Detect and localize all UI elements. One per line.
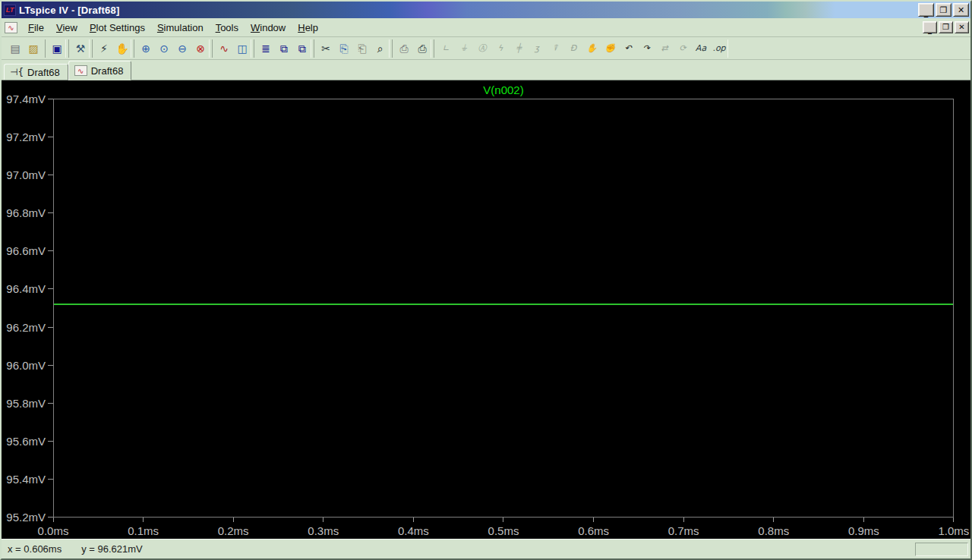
x-axis-tick-label: 0.4ms <box>398 524 429 537</box>
titlebar[interactable]: LT LTspice IV - [Draft68] _ ❐ ✕ <box>2 2 970 18</box>
waveform-icon: ∿ <box>74 65 87 76</box>
spice-directive-button[interactable]: .op <box>710 39 728 58</box>
toolbar: ▤▨ ▣ ⚒ ⚡✋ ⊕⊙⊖⊗ ∿◫ ≣⧉⧉ ✂⎘⎗⌕ ⎙⎙ ∟⏚Ⓐϟ╪ʒ⍒Ɖ✋✊… <box>2 37 970 60</box>
open-file-button[interactable]: ▨ <box>24 39 43 58</box>
child-close-button[interactable]: ✕ <box>955 21 969 33</box>
place-text-button[interactable]: Aa <box>692 39 710 58</box>
place-component-button[interactable]: Ɖ <box>564 39 582 58</box>
child-restore-button[interactable]: ❐ <box>939 21 953 33</box>
save-button[interactable]: ▣ <box>48 39 66 58</box>
tile-windows-icon: ≣ <box>261 43 270 54</box>
print-preview-button[interactable]: ⎙ <box>395 39 413 58</box>
net-label-icon: Ⓐ <box>478 44 487 52</box>
autorange-y-axis-button[interactable]: ∿ <box>215 39 233 58</box>
y-axis-tick-label: 95.6mV <box>6 435 46 448</box>
copy-button[interactable]: ⎘ <box>335 39 353 58</box>
x-tick-mark <box>953 518 954 522</box>
net-label-button[interactable]: Ⓐ <box>473 39 491 58</box>
spice-directive-icon: .op <box>712 44 725 52</box>
close-button[interactable]: ✕ <box>953 3 969 17</box>
y-axis-tick-label: 95.2mV <box>6 511 46 524</box>
plot-settings-button[interactable]: ◫ <box>233 39 251 58</box>
print-icon: ⎙ <box>418 43 426 54</box>
x-tick-mark <box>683 518 684 522</box>
zoom-in-button[interactable]: ⊕ <box>137 39 155 58</box>
x-axis-tick-label: 0.3ms <box>308 524 339 537</box>
x-axis-tick-label: 0.6ms <box>578 524 609 537</box>
halt-simulation-button[interactable]: ✋ <box>113 39 131 58</box>
place-capacitor-button[interactable]: ╪ <box>510 39 528 58</box>
cut-icon: ✂ <box>321 43 330 54</box>
ltspice-window: LT LTspice IV - [Draft68] _ ❐ ✕ ∿ File V… <box>0 0 972 560</box>
x-axis-tick-label: 0.9ms <box>848 524 879 537</box>
y-axis-tick-label: 97.0mV <box>6 168 46 181</box>
zoom-full-extents-icon: ⊗ <box>196 43 205 54</box>
rotate-button[interactable]: ⟳ <box>674 39 692 58</box>
cut-button[interactable]: ✂ <box>317 39 335 58</box>
y-tick-mark <box>48 175 53 175</box>
tab-label: Draft68 <box>27 67 60 78</box>
tab-draft68-schematic[interactable]: ⊣{ Draft68 <box>4 64 68 80</box>
print-button[interactable]: ⎙ <box>413 39 431 58</box>
waveform-pane[interactable]: V(n002) 97.4mV 97.2mV 97.0mV 96.8mV 96.6… <box>2 80 970 539</box>
y-tick-mark <box>48 99 53 99</box>
simulation-menu[interactable]: Simulation <box>151 20 210 35</box>
trace-title[interactable]: V(n002) <box>53 83 954 96</box>
place-resistor-button[interactable]: ϟ <box>491 39 510 58</box>
undo-button[interactable]: ↶ <box>619 39 637 58</box>
zoom-in-icon: ⊕ <box>141 43 150 54</box>
child-minimize-button[interactable]: _ <box>923 21 937 33</box>
tools-menu[interactable]: Tools <box>210 20 245 35</box>
help-menu[interactable]: Help <box>292 20 324 35</box>
view-menu[interactable]: View <box>50 20 84 35</box>
draw-wire-icon: ∟ <box>442 44 449 52</box>
control-panel-button[interactable]: ⚒ <box>71 39 90 58</box>
zoom-full-extents-button[interactable]: ⊗ <box>191 39 210 58</box>
redo-icon: ↷ <box>642 44 649 52</box>
y-tick-mark <box>48 365 53 366</box>
x-tick-mark <box>233 518 234 522</box>
undo-icon: ↶ <box>624 44 631 52</box>
mirror-button[interactable]: ⇄ <box>655 39 674 58</box>
run-simulation-button[interactable]: ⚡ <box>95 39 113 58</box>
paste-icon: ⎗ <box>358 43 366 54</box>
child-restore-icon: ❐ <box>942 24 949 31</box>
minimize-button[interactable]: _ <box>918 3 934 17</box>
draw-wire-button[interactable]: ∟ <box>437 39 455 58</box>
plot-area[interactable] <box>53 99 954 518</box>
zoom-out-icon: ⊖ <box>178 43 187 54</box>
place-inductor-icon: ʒ <box>535 44 539 52</box>
status-panel <box>915 543 968 556</box>
tile-windows-button[interactable]: ≣ <box>257 39 275 58</box>
y-tick-mark <box>48 137 53 137</box>
child-close-icon: ✕ <box>958 24 964 31</box>
zoom-back-button[interactable]: ⊙ <box>155 39 173 58</box>
schematic-icon: ⊣{ <box>10 67 24 77</box>
cascade-windows-button[interactable]: ⧉ <box>275 39 293 58</box>
window-menu[interactable]: Window <box>245 20 292 35</box>
y-tick-mark <box>48 403 53 404</box>
find-icon: ⌕ <box>377 43 383 54</box>
place-ground-button[interactable]: ⏚ <box>455 39 473 58</box>
y-axis-tick-label: 96.2mV <box>6 321 46 334</box>
move-button[interactable]: ✋ <box>582 39 601 58</box>
cascade-windows-alt-button[interactable]: ⧉ <box>293 39 311 58</box>
file-menu[interactable]: File <box>22 20 50 35</box>
drag-button[interactable]: ✊ <box>601 39 619 58</box>
menu-items: File View Plot Settings Simulation Tools… <box>22 20 923 35</box>
paste-button[interactable]: ⎗ <box>353 39 371 58</box>
new-schematic-button[interactable]: ▤ <box>6 39 24 58</box>
find-button[interactable]: ⌕ <box>371 39 390 58</box>
x-tick-mark <box>323 518 323 522</box>
plot-settings-menu[interactable]: Plot Settings <box>84 20 151 35</box>
tab-draft68-waveform[interactable]: ∿ Draft68 <box>68 61 132 80</box>
halt-simulation-icon: ✋ <box>115 43 128 54</box>
restore-button[interactable]: ❐ <box>936 3 951 17</box>
y-axis-tick-label: 97.4mV <box>6 93 46 105</box>
redo-button[interactable]: ↷ <box>637 39 655 58</box>
place-diode-button[interactable]: ⍒ <box>546 39 564 58</box>
x-axis-tick-label: 1.0ms <box>939 524 970 537</box>
new-schematic-icon: ▤ <box>10 43 20 54</box>
place-inductor-button[interactable]: ʒ <box>528 39 546 58</box>
zoom-out-button[interactable]: ⊖ <box>173 39 191 58</box>
